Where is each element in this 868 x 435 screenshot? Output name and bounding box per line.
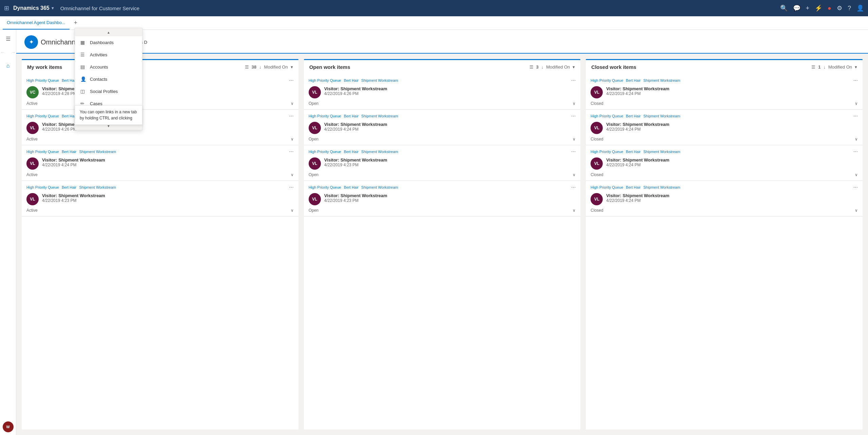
menu-item-activities[interactable]: ☰Activities: [75, 49, 142, 61]
menu-item-contacts[interactable]: 👤Contacts: [75, 73, 142, 85]
menu-item-social-profiles[interactable]: ◫Social Profiles: [75, 85, 142, 97]
menu-item-accounts[interactable]: ▤Accounts: [75, 61, 142, 73]
dashboards-icon: ▦: [80, 40, 86, 45]
contacts-icon: 👤: [80, 76, 86, 82]
activities-icon: ☰: [80, 52, 86, 57]
social-profiles-icon: ◫: [80, 89, 86, 94]
tooltip-box: You can open links in a new tab by holdi…: [75, 105, 142, 125]
accounts-icon: ▤: [80, 64, 86, 70]
scroll-up-indicator[interactable]: ▲: [75, 28, 142, 36]
menu-item-dashboards[interactable]: ▦Dashboards: [75, 36, 142, 49]
